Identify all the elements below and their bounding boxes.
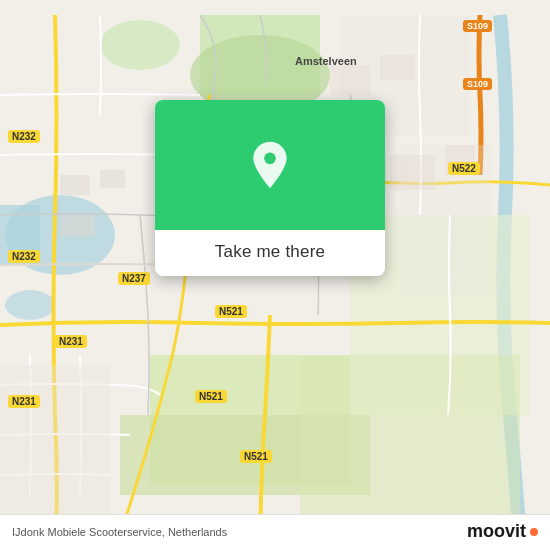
n521-label-2: N521 (195, 390, 227, 403)
amstelveen-label: Amstelveen (295, 55, 357, 67)
svg-rect-15 (100, 170, 125, 188)
location-pin-icon (245, 140, 295, 190)
popup-green-header (155, 100, 385, 230)
svg-point-8 (100, 20, 180, 70)
n237-label: N237 (118, 272, 150, 285)
moovit-dot-icon (530, 528, 538, 536)
svg-rect-14 (60, 175, 90, 195)
svg-rect-18 (380, 55, 415, 80)
place-name-text: IJdonk Mobiele Scooterservice, Netherlan… (12, 526, 227, 538)
svg-rect-17 (330, 65, 370, 95)
svg-point-3 (5, 290, 55, 320)
location-popup: Take me there (155, 100, 385, 276)
n521-label-1: N521 (215, 305, 247, 318)
n522-label: N522 (448, 162, 480, 175)
take-me-there-button[interactable]: Take me there (215, 242, 325, 262)
moovit-brand-text: moovit (467, 521, 526, 542)
svg-rect-11 (0, 365, 110, 535)
svg-rect-16 (60, 215, 95, 237)
moovit-logo: moovit (467, 521, 538, 542)
bottom-bar-left: IJdonk Mobiele Scooterservice, Netherlan… (12, 526, 227, 538)
n231-label-2: N231 (8, 395, 40, 408)
svg-rect-10 (300, 355, 520, 535)
n232-label-1: N232 (8, 130, 40, 143)
n521-label-3: N521 (240, 450, 272, 463)
svg-point-21 (264, 153, 276, 165)
map-container: Amstelveen N232 N232 N231 N231 N237 N521… (0, 0, 550, 550)
n232-label-2: N232 (8, 250, 40, 263)
n231-label-1: N231 (55, 335, 87, 348)
popup-button-area[interactable]: Take me there (155, 230, 385, 276)
s109-label-2: S109 (463, 78, 492, 90)
bottom-bar: IJdonk Mobiele Scooterservice, Netherlan… (0, 514, 550, 550)
s109-label-1: S109 (463, 20, 492, 32)
svg-rect-19 (390, 155, 435, 190)
